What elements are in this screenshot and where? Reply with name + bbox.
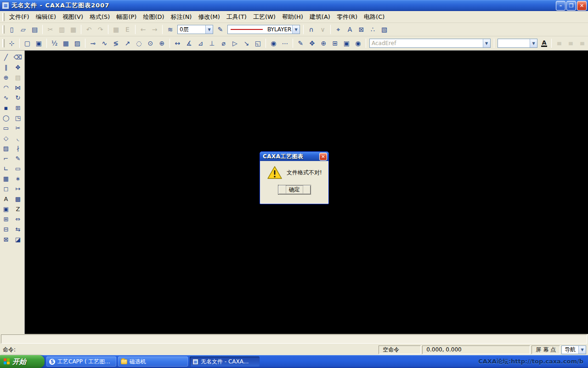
text-tool[interactable]: A [0,194,11,204]
sketch-pen-tool[interactable]: ✎ [12,153,23,163]
menu-file[interactable]: 文件(F) [6,12,33,23]
sketch-button[interactable]: ✎ [295,38,306,48]
layer-combobox[interactable]: 0层 ▼ [177,25,213,34]
dim-update-tool[interactable]: ⇆ [12,224,23,234]
wave-line-button[interactable]: ∿ [99,38,110,48]
new-button[interactable]: ▯ [6,24,17,34]
screen-point-toggle[interactable]: 屏 幕 点 [531,345,560,354]
arrow-button[interactable]: ↗ [122,38,133,48]
region-tool[interactable]: ◻ [0,184,11,194]
task-caxa[interactable]: ▦无名文件 - CAXA... [190,356,260,367]
crosshair-button[interactable]: ⊕ [157,38,167,48]
block-edit-button[interactable]: ⊠ [356,24,367,34]
menu-view[interactable]: 视图(V) [59,12,86,23]
angle-dim-button[interactable]: ∡ [184,38,194,48]
layer-move-tool[interactable]: Z [12,204,23,214]
minimize-button[interactable]: – [556,1,565,11]
menu-format[interactable]: 格式(S) [86,12,113,23]
menu-paper[interactable]: 幅面(P) [113,12,140,23]
style-brush-tool[interactable]: ◪ [12,234,23,244]
pin-line-button[interactable]: ⊸ [88,38,98,48]
restore-button[interactable]: ❐ [566,1,576,11]
menu-tools[interactable]: 工具(T) [223,12,250,23]
hatch-tool[interactable]: ▨ [0,143,11,153]
zoom-window-button[interactable]: ⊞ [330,38,340,48]
chevron-down-icon[interactable]: ▼ [483,39,490,47]
zoom-page-button[interactable]: ▣ [341,38,352,48]
pan-button[interactable]: ✥ [307,38,317,48]
menu-edit[interactable]: 编辑(E) [33,12,59,23]
chevron-down-icon[interactable]: ▼ [578,346,586,354]
clip-tool[interactable]: ◳ [12,113,23,123]
text-style-button[interactable]: A [345,24,355,34]
spline-tool[interactable]: ∿ [0,92,11,103]
datum-circle-button[interactable]: ⊙ [145,38,156,48]
chevron-down-icon[interactable]: ▼ [205,25,213,34]
ok-button[interactable]: 确定 [278,185,311,195]
corner-tool[interactable]: ⌐ [0,153,11,163]
trim-tool[interactable]: ✂ [12,123,23,133]
zigzag-line-button[interactable]: ≶ [111,38,121,48]
save-button[interactable]: ▤ [29,24,40,34]
menu-modify[interactable]: 修改(M) [195,12,223,23]
stretch-tool[interactable]: ↦ [12,184,23,194]
zoom-region-button[interactable]: ◱ [253,38,263,48]
linetype-icon[interactable]: ✎ [215,24,226,34]
task-folder[interactable]: 磁选机 [118,356,188,367]
measure-button[interactable]: ⋯ [280,38,290,48]
image-table-button[interactable]: ▨ [72,38,83,48]
doc-props-button[interactable]: ▧ [379,24,390,34]
block-attr-tool[interactable]: ⊟ [0,224,11,234]
text-style-combobox[interactable]: AcadEref ▼ [369,39,491,48]
linear-dim-button[interactable]: ↔ [172,38,183,48]
font-color-button[interactable]: A [540,40,548,47]
mirror-tool[interactable]: ⋈ [12,82,23,92]
close-button[interactable]: ✕ [577,1,587,11]
menu-draw[interactable]: 绘图(D) [140,12,167,23]
ellipse-tool[interactable]: ◯ [0,113,11,123]
dim-edit-tool[interactable]: ⇔ [12,214,23,224]
zoom-dynamic-button[interactable]: ◉ [353,38,363,48]
zoom-fit-button[interactable]: ⊹ [6,38,17,48]
scatter-button[interactable]: ∴ [368,24,378,34]
menu-process[interactable]: 工艺(W) [250,12,279,23]
chevron-down-icon[interactable]: ▼ [530,39,537,47]
frame-button[interactable]: ▢ [22,38,33,48]
explode-tool[interactable]: ∗ [12,173,23,184]
menu-dimension[interactable]: 标注(N) [168,12,195,23]
arc-tool[interactable]: ◠ [0,82,11,92]
chamfer-dim-button[interactable]: ⊿ [195,38,206,48]
nav-combobox[interactable]: 导航 ▼ [561,345,586,354]
point-tool[interactable]: ▪ [0,103,11,113]
rectangle-tool[interactable]: ▭ [0,123,11,133]
block-create-tool[interactable]: ⊞ [0,214,11,224]
table-text-button[interactable]: ▦ [61,38,71,48]
menu-help[interactable]: 帮助(H) [279,12,306,23]
frame-text-button[interactable]: ▣ [34,38,44,48]
frame-select-tool[interactable]: ▭ [12,163,23,173]
pick-point-button[interactable]: ⌖ [333,24,344,34]
fillet-tool[interactable]: ◟ [12,133,23,143]
layers-button[interactable]: ≋ [165,24,175,34]
polygon-tool[interactable]: ◇ [0,133,11,143]
task-capp[interactable]: S工艺CAPP ( 工艺图... [46,356,116,367]
break-tool[interactable]: ∤ [12,143,23,153]
leader-dim-button[interactable]: ▷ [230,38,240,48]
circle-tool[interactable]: ⊕ [0,72,11,82]
axis-tool[interactable]: ∟ [0,163,11,173]
open-button[interactable]: ▱ [18,24,28,34]
shape-copy-tool[interactable]: ▣ [0,204,11,214]
grid-hatch-tool[interactable]: ▦ [0,173,11,184]
fraction-button[interactable]: ½ [49,38,60,48]
datum-dim-button[interactable]: ⊥ [207,38,217,48]
start-button[interactable]: 开始 [0,355,45,368]
chevron-down-icon[interactable]: ▼ [292,25,300,34]
dialog-close-button[interactable]: ✕ [319,153,327,161]
coord-dim-button[interactable]: ↘ [241,38,252,48]
block-gen-tool[interactable]: ⊠ [0,234,11,244]
font-size-combobox[interactable]: ▼ [498,39,537,48]
parallel-line-tool[interactable]: ∥ [0,62,11,72]
paste-block-tool[interactable]: ▩ [12,194,23,204]
line-tool[interactable]: ╱ [0,52,11,62]
rotate-tool[interactable]: ↻ [12,92,23,103]
